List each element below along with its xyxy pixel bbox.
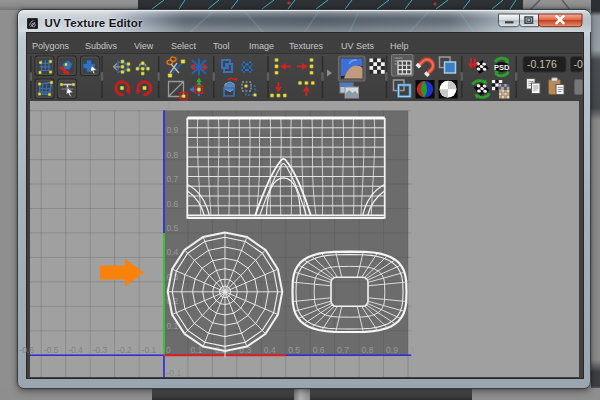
svg-text:-0.176: -0.176 xyxy=(527,58,557,70)
svg-text:PSD: PSD xyxy=(494,63,510,72)
svg-text:-0: -0 xyxy=(574,58,583,70)
